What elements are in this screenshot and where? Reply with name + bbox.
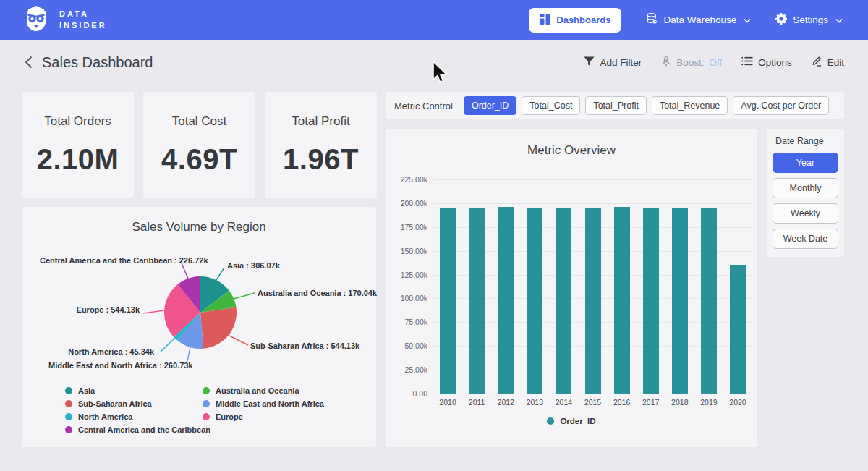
bar-2011[interactable] <box>469 208 485 394</box>
legend-dot <box>203 387 210 394</box>
chevron-down-icon <box>835 14 843 25</box>
legend-label: Middle East and North Africa <box>216 399 324 408</box>
bar-slot <box>665 179 694 394</box>
database-icon <box>646 13 658 27</box>
pie-leader-line <box>161 338 175 352</box>
y-axis-tick: 100.00k <box>386 294 427 302</box>
legend-label: Order_ID <box>560 417 595 425</box>
bar-2019[interactable] <box>701 208 717 394</box>
options-button[interactable]: Options <box>741 56 792 68</box>
x-axis-labels: 2010201120122013201420152016201720182019… <box>433 398 752 407</box>
y-axis-tick: 225.00k <box>386 175 427 184</box>
metric-chips: Order_IDTotal_CostTotal_ProfitTotal_Reve… <box>464 96 829 115</box>
bar-slot <box>549 179 578 394</box>
page-header: Sales Dashboard Add Filter Boost: Off <box>0 40 868 85</box>
back-button[interactable] <box>20 54 36 70</box>
edit-button[interactable]: Edit <box>812 56 844 69</box>
rocket-icon <box>661 56 671 69</box>
bar-slot <box>723 179 752 394</box>
y-axis-tick: 25.00k <box>386 365 427 374</box>
chevron-down-icon <box>744 14 751 25</box>
page-title: Sales Dashboard <box>42 54 153 71</box>
y-axis-tick: 0.00 <box>386 389 427 398</box>
bar-chart-legend: Order_ID <box>386 417 757 425</box>
legend-label: Europe <box>216 412 243 421</box>
pie-slice-sub-saharan-africa[interactable] <box>200 307 237 349</box>
legend-dot <box>65 413 72 420</box>
pie-callout-sub-saharan-africa: Sub-Saharan Africa : 544.13k <box>250 341 375 350</box>
bar-2018[interactable] <box>672 208 688 394</box>
x-axis-tick-2016: 2016 <box>608 398 637 407</box>
pie-leader-line <box>234 293 255 299</box>
bar-2014[interactable] <box>556 208 571 394</box>
data-warehouse-label: Data Warehouse <box>663 14 736 25</box>
legend-dot <box>65 387 72 394</box>
metric-control-label: Metric Control <box>394 101 453 111</box>
legend-dot <box>65 426 72 433</box>
top-nav-bar: DATA INSIDER Dashboards <box>0 0 868 40</box>
metric-chip-total-cost[interactable]: Total_Cost <box>522 96 580 115</box>
metric-chip-order-id[interactable]: Order_ID <box>464 96 516 115</box>
bar-2013[interactable] <box>527 208 542 394</box>
y-axis-tick: 75.00k <box>386 318 427 326</box>
pie-chart-card: Sales Volume by Region Asia : 306.07kAus… <box>22 207 376 447</box>
edit-label: Edit <box>827 57 844 68</box>
bar-2015[interactable] <box>585 208 601 394</box>
pie-leader-line <box>182 263 188 279</box>
app-logo[interactable]: DATA INSIDER <box>22 4 107 36</box>
pencil-icon <box>812 56 822 69</box>
x-axis-tick-2011: 2011 <box>462 398 491 407</box>
kpi-value: 4.69T <box>161 143 237 176</box>
date-range-weekly[interactable]: Weekly <box>773 203 838 224</box>
metric-chip-total-revenue[interactable]: Total_Revenue <box>652 96 728 115</box>
bar-2010[interactable] <box>440 208 456 394</box>
y-axis-tick: 200.00k <box>386 199 427 208</box>
kpi-card-total-cost: Total Cost 4.69T <box>143 92 255 198</box>
filter-funnel-icon <box>584 56 595 69</box>
dashboards-label: Dashboards <box>556 14 610 25</box>
legend-item-north-america: North America <box>65 412 210 421</box>
kpi-label: Total Cost <box>172 114 227 129</box>
boost-toggle[interactable]: Boost: Off <box>661 56 722 69</box>
x-axis-tick-2015: 2015 <box>578 398 607 407</box>
settings-menu[interactable]: Settings <box>775 13 843 27</box>
options-list-icon <box>741 56 753 68</box>
date-range-year[interactable]: Year <box>773 153 838 173</box>
x-axis-tick-2010: 2010 <box>433 398 462 407</box>
kpi-label: Total Profit <box>292 114 349 129</box>
nav-menu: Dashboards Data Warehouse <box>529 8 843 33</box>
y-axis-tick: 50.00k <box>386 341 427 350</box>
bar-2012[interactable] <box>498 207 514 394</box>
legend-item-central-america-and-the-caribbean: Central America and the Caribbean <box>65 425 210 434</box>
y-axis-tick: 175.00k <box>386 223 427 232</box>
pie-legend-column: AsiaSub-Saharan AfricaNorth AmericaCentr… <box>65 386 210 434</box>
date-range-monthly[interactable]: Monthly <box>773 178 838 198</box>
pie-leader-line <box>216 268 224 280</box>
pie-callout-europe: Europe : 544.13k <box>22 305 140 314</box>
bar-2020[interactable] <box>730 265 746 394</box>
legend-label: North America <box>78 412 132 421</box>
legend-dot <box>203 400 210 407</box>
date-range-week-date[interactable]: Week Date <box>773 229 838 249</box>
bar-2016[interactable] <box>614 207 630 394</box>
kpi-label: Total Orders <box>44 114 111 129</box>
y-axis-tick: 150.00k <box>386 247 427 255</box>
bar-2017[interactable] <box>643 208 659 394</box>
add-filter-label: Add Filter <box>600 57 642 68</box>
metric-chip-total-profit[interactable]: Total_Profit <box>585 96 647 115</box>
legend-item-middle-east-and-north-africa: Middle East and North Africa <box>203 399 324 408</box>
add-filter-button[interactable]: Add Filter <box>584 56 642 69</box>
options-label: Options <box>758 57 792 68</box>
pie-chart: Asia : 306.07kAustralia and Oceania : 17… <box>22 207 376 447</box>
x-axis-tick-2013: 2013 <box>520 398 549 407</box>
metric-chip-avg-cost-per-order[interactable]: Avg. Cost per Order <box>733 96 829 115</box>
bar-slot <box>433 179 462 394</box>
bar-chart-title: Metric Overview <box>386 129 757 158</box>
dashboards-button[interactable]: Dashboards <box>529 8 621 33</box>
header-actions: Add Filter Boost: Off <box>584 56 844 69</box>
x-axis-tick-2018: 2018 <box>665 398 694 407</box>
data-warehouse-menu[interactable]: Data Warehouse <box>646 13 751 27</box>
y-axis-tick: 125.00k <box>386 271 427 279</box>
bar-slot <box>637 179 665 394</box>
dashboard-grid-icon <box>540 14 550 27</box>
